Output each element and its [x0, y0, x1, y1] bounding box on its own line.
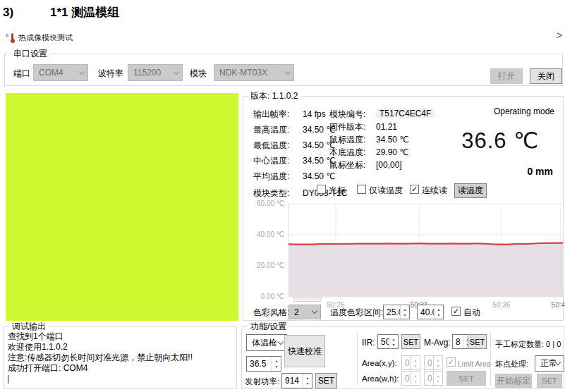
area-set-button[interactable]: SET: [446, 371, 486, 386]
spinner-arrows[interactable]: ▴▾: [434, 305, 443, 319]
module-value: NDK-MT03X: [219, 68, 286, 78]
tx-power-spinner[interactable]: 914 ▴▾: [281, 373, 312, 388]
close-button[interactable]: 关闭: [530, 68, 562, 84]
debug-line: 成功打开端口: COM4: [8, 363, 193, 374]
mavg-label: M-Avg:: [424, 338, 451, 348]
chevron-down-icon: [174, 68, 179, 74]
spinner-up-icon[interactable]: ▴: [437, 373, 439, 379]
port-label: 端口: [13, 68, 30, 78]
spinner-arrows[interactable]: ▴▾: [389, 335, 398, 348]
port-value: COM4: [39, 68, 80, 78]
spinner-arrows[interactable]: ▴▾: [433, 372, 442, 385]
chart-scrollbar-thumb[interactable]: [293, 297, 322, 302]
readonly-temp-checkbox-label: 仅读温度: [369, 185, 403, 195]
area-w-spinner[interactable]: 0 ▴▾: [401, 371, 420, 386]
spinner-arrows[interactable]: ▴▾: [272, 357, 281, 371]
module-combo[interactable]: NDK-MT03X: [214, 64, 294, 81]
avg-temp-label: 平均温度:: [253, 171, 289, 181]
auto-checkbox[interactable]: ✓: [451, 307, 461, 316]
spinner-up-icon[interactable]: ▴: [306, 375, 308, 381]
spinner-up-icon[interactable]: ▴: [414, 357, 416, 363]
tx-power-set-button[interactable]: SET: [315, 373, 337, 388]
spinner-down-icon[interactable]: ▾: [275, 364, 277, 369]
cursor-checkbox[interactable]: ✓: [317, 185, 326, 194]
spinner-up-icon[interactable]: ▴: [392, 336, 394, 342]
spinner-up-icon[interactable]: ▴: [437, 307, 439, 312]
iir-spinner[interactable]: 50 ▴▾: [377, 334, 399, 349]
divider: [357, 331, 358, 386]
readonly-temp-checkbox[interactable]: ✓: [357, 185, 366, 194]
spinner-up-icon[interactable]: ▴: [414, 373, 416, 379]
spinner-down-icon[interactable]: ▾: [414, 363, 416, 369]
tx-power-label: 发射功率:: [245, 376, 279, 386]
manual-calib-count: 手工标定数量: 0 | 0: [495, 339, 561, 349]
distance-display: 0 mm: [527, 166, 553, 177]
spinner-arrows[interactable]: ▴▾: [433, 356, 442, 369]
spinner-down-icon[interactable]: ▾: [414, 379, 416, 384]
chart-y-tick-label: 40.00 °C: [249, 231, 284, 238]
spinner-up-icon[interactable]: ▴: [403, 307, 406, 312]
spinner-arrows[interactable]: ▴▾: [303, 374, 312, 388]
debug-line: 欢迎使用1.1.0.2: [8, 342, 193, 353]
thermal-image-view[interactable]: [6, 93, 238, 321]
mavg-set-button[interactable]: SET: [468, 334, 487, 349]
chart: 60.00 °C40.00 °C20.00 °C0.00 °C50:2650:3…: [249, 201, 564, 314]
spinner-up-icon[interactable]: ▴: [275, 358, 277, 364]
spinner-down-icon[interactable]: ▾: [437, 363, 439, 369]
module-id-label: 模块编号:: [329, 109, 365, 119]
open-button[interactable]: 打开: [490, 68, 523, 84]
mode-combo[interactable]: 体温枪: [246, 334, 287, 351]
mouse-pos-value: [00,00]: [376, 160, 402, 170]
spinner-down-icon[interactable]: ▾: [437, 379, 439, 384]
spinner-down-icon[interactable]: ▾: [437, 312, 439, 318]
check-icon: ✓: [453, 307, 459, 315]
bad-pixel-combo[interactable]: 正常: [535, 355, 564, 372]
thermometer-icon-c: c: [6, 32, 8, 38]
module-id-value: T517C4EC4F: [376, 109, 435, 118]
color-style-combo[interactable]: 2: [288, 305, 321, 319]
continuous-read-checkbox[interactable]: ✓: [410, 185, 419, 194]
limit-area-checkbox[interactable]: ✓: [446, 357, 456, 367]
area-y-value: 0: [425, 356, 433, 369]
spinner-arrows[interactable]: ▴▾: [400, 305, 409, 319]
range-max-spinner[interactable]: 40.0 ▴▾: [417, 305, 444, 319]
area-h-spinner[interactable]: 0 ▴▾: [424, 371, 443, 386]
collapse-icon[interactable]: >: [557, 30, 562, 41]
spinner-down-icon[interactable]: ▾: [306, 381, 308, 386]
spinner-down-icon[interactable]: ▾: [403, 312, 406, 318]
spinner-arrows[interactable]: ▴▾: [411, 372, 420, 385]
serial-group-title: 串口设置: [11, 49, 50, 59]
spinner-arrows[interactable]: ▴▾: [411, 356, 420, 369]
area-y-spinner[interactable]: 0 ▴▾: [424, 355, 443, 370]
heading-number: 3): [3, 6, 50, 20]
avg-temp-value: 34.50 ℃: [303, 171, 336, 181]
read-temp-button[interactable]: 读温度: [454, 183, 487, 198]
spinner-up-icon[interactable]: ▴: [437, 357, 439, 363]
debug-output-text[interactable]: 查找到1个端口 欢迎使用1.1.0.2 注意:传感器切勿长时间对准光源，禁止朝向…: [8, 331, 193, 384]
calib-set-button[interactable]: SET: [537, 374, 562, 388]
quick-calibrate-button[interactable]: 快速校准: [284, 335, 325, 367]
body-temp-spinner[interactable]: 36.5 ▴▾: [246, 356, 281, 372]
tx-power-value: 914: [282, 374, 303, 388]
range-max-value: 40.0: [418, 305, 434, 319]
chevron-down-icon: [79, 68, 85, 74]
area-x-spinner[interactable]: 0 ▴▾: [401, 355, 420, 370]
port-combo[interactable]: COM4: [33, 64, 88, 81]
baud-label: 波特率: [98, 68, 123, 78]
baud-combo[interactable]: 115200: [128, 64, 183, 81]
max-temp-label: 最高温度:: [253, 125, 289, 135]
operating-mode-text: Operating mode: [494, 106, 554, 116]
thermometer-icon: c: [6, 32, 16, 43]
mavg-value: 8: [453, 335, 463, 348]
iir-set-button[interactable]: SET: [401, 334, 420, 349]
baud-value: 115200: [133, 68, 174, 78]
spinner-down-icon[interactable]: ▾: [392, 342, 394, 348]
functions-group: 功能/设置 体温枪 快速校准 36.5 ▴▾ 发射功率: 914 ▴▾ SET …: [241, 326, 564, 389]
range-min-spinner[interactable]: 25.0 ▴▾: [383, 305, 410, 319]
debug-line: 注意:传感器切勿长时间对准光源，禁止朝向太阳!!: [8, 353, 193, 363]
color-style-label: 色彩风格:: [253, 307, 289, 317]
module-type-label: 模块类型:: [253, 188, 289, 198]
start-calib-button[interactable]: 开始标定: [495, 374, 532, 388]
check-icon: ✓: [411, 185, 418, 193]
divider: [490, 331, 491, 386]
